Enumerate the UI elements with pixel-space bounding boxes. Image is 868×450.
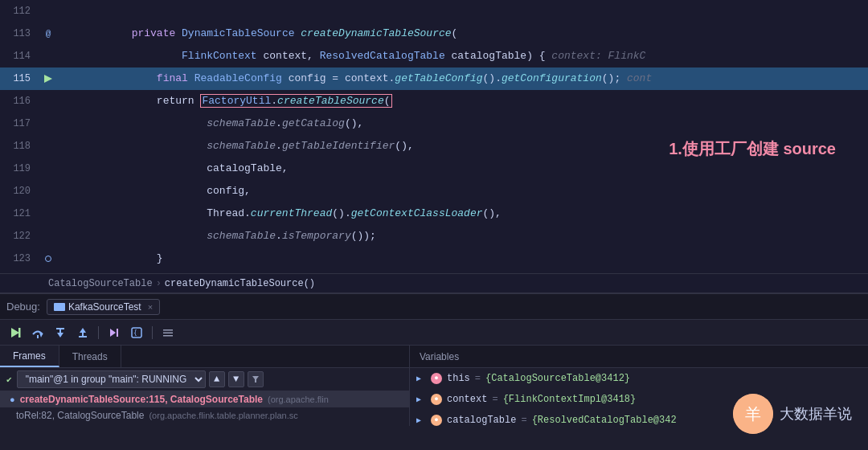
toolbar-step-over-btn[interactable]	[29, 324, 47, 342]
annotation-label: 1.使用工厂创建 source	[669, 138, 836, 160]
tab-icon	[54, 303, 65, 311]
breadcrumb-class: CatalogSourceTable	[48, 278, 153, 289]
tab-threads[interactable]: Threads	[59, 346, 121, 367]
line-num-117: 117	[0, 112, 40, 135]
svg-text:羊: 羊	[745, 405, 761, 423]
line-num-114: 114	[0, 45, 40, 68]
svg-marker-0	[44, 75, 52, 83]
breadcrumb-method: createDynamicTableSource()	[165, 278, 315, 289]
gutter-115	[40, 73, 56, 84]
frames-list: ● createDynamicTableSource:115, CatalogS…	[0, 391, 409, 426]
svg-marker-9	[80, 328, 86, 333]
thread-down-btn[interactable]: ▼	[228, 371, 244, 387]
thread-dropdown[interactable]: "main"@1 in group "main": RUNNING	[17, 370, 206, 388]
svg-marker-6	[57, 333, 63, 338]
gutter-113: @	[40, 22, 56, 45]
running-dot: ✔	[6, 374, 12, 385]
toolbar-step-out-btn[interactable]	[74, 324, 92, 342]
frame-location-0: (org.apache.flin	[268, 395, 329, 404]
svg-marker-18	[252, 376, 259, 382]
frame-item-2[interactable]: toRel:3585, SqlToRelConverter (org.apach…	[0, 423, 409, 426]
var-expand-context: ▶	[416, 395, 426, 404]
line-num-121: 121	[0, 202, 40, 225]
panel-tabs: Frames Threads	[0, 346, 409, 368]
watermark: 羊 大数据羊说	[733, 394, 852, 434]
code-content-123: }	[56, 225, 868, 273]
svg-rect-2	[18, 328, 21, 338]
line-num-116: 116	[0, 90, 40, 112]
toolbar-settings-btn[interactable]	[159, 324, 177, 342]
toolbar-divider-2	[152, 326, 153, 339]
breadcrumb-sep: ›	[156, 278, 162, 289]
line-num-124: 124	[0, 270, 40, 273]
line-num-119: 119	[0, 158, 40, 180]
debug-tab-close[interactable]: ×	[148, 302, 153, 312]
thread-controls: ✔ "main"@1 in group "main": RUNNING ▲ ▼	[0, 368, 409, 391]
var-item-this[interactable]: ▶ ● this = {CatalogSourceTable@3412}	[410, 368, 868, 389]
var-expand-this: ▶	[416, 374, 426, 383]
svg-rect-16	[163, 332, 173, 333]
var-icon-this: ●	[431, 373, 442, 384]
svg-rect-17	[163, 335, 173, 337]
svg-text:{ }: { }	[133, 329, 142, 337]
watermark-logo: 羊	[733, 394, 773, 434]
frame-item-0[interactable]: ● createDynamicTableSource:115, CatalogS…	[0, 391, 409, 407]
line-num-112: 112	[0, 0, 40, 22]
breadcrumb: CatalogSourceTable › createDynamicTableS…	[0, 273, 868, 292]
var-name-catalogtable: catalogTable	[447, 415, 516, 426]
thread-filter-btn[interactable]	[248, 371, 264, 387]
code-lines: 112 113 @ private DynamicTableSource cre…	[0, 0, 868, 273]
line-num-122: 122	[0, 225, 40, 248]
svg-rect-15	[163, 329, 173, 331]
var-name-context: context	[447, 394, 487, 405]
debug-toolbar: { }	[0, 320, 868, 346]
toolbar-step-into-btn[interactable]	[51, 324, 69, 342]
frame-location-1: (org.apache.flink.table.planner.plan.sc	[149, 411, 297, 420]
toolbar-resume-btn[interactable]	[6, 324, 24, 342]
toolbar-run-to-cursor-btn[interactable]	[105, 324, 123, 342]
var-value-context: {FlinkContextImpl@3418}	[503, 394, 637, 405]
line-num-123: 123	[0, 248, 40, 270]
code-editor: 112 113 @ private DynamicTableSource cre…	[0, 0, 868, 273]
variables-header: Variables	[410, 346, 868, 368]
var-name-this: this	[447, 373, 470, 384]
debug-tab-kafkasourcetest[interactable]: KafkaSourceTest ×	[47, 299, 160, 315]
debug-label: Debug:	[6, 301, 40, 313]
thread-up-btn[interactable]: ▲	[209, 371, 225, 387]
debug-tab-name: KafkaSourceTest	[68, 301, 141, 313]
line-num-115: 115	[0, 68, 40, 90]
frame-name-1: toRel:82, CatalogSourceTable	[16, 410, 144, 421]
var-icon-catalogtable: ●	[431, 415, 442, 426]
toolbar-divider-1	[98, 326, 99, 339]
frame-icon-0: ●	[10, 395, 15, 404]
frame-name-0: createDynamicTableSource:115, CatalogSou…	[20, 394, 263, 405]
toolbar-evaluate-btn[interactable]: { }	[128, 324, 145, 342]
var-value-this: {CatalogSourceTable@3412}	[485, 373, 630, 384]
svg-marker-11	[110, 329, 116, 337]
watermark-text: 大数据羊说	[780, 404, 852, 423]
line-num-120: 120	[0, 180, 40, 202]
svg-marker-1	[11, 328, 19, 338]
var-icon-context: ●	[431, 394, 442, 405]
code-line-123: 123 }	[0, 248, 868, 270]
var-expand-catalogtable: ▶	[416, 415, 426, 425]
frame-item-1[interactable]: toRel:82, CatalogSourceTable (org.apache…	[0, 407, 409, 423]
var-value-catalogtable: {ResolvedCatalogTable@342	[532, 415, 677, 426]
line-num-118: 118	[0, 135, 40, 158]
debug-header: Debug: KafkaSourceTest ×	[0, 294, 868, 320]
line-num-113: 113	[0, 22, 40, 45]
tab-frames[interactable]: Frames	[0, 346, 59, 367]
left-panel: Frames Threads ✔ "main"@1 in group "main…	[0, 346, 410, 426]
gutter-123	[40, 256, 56, 262]
